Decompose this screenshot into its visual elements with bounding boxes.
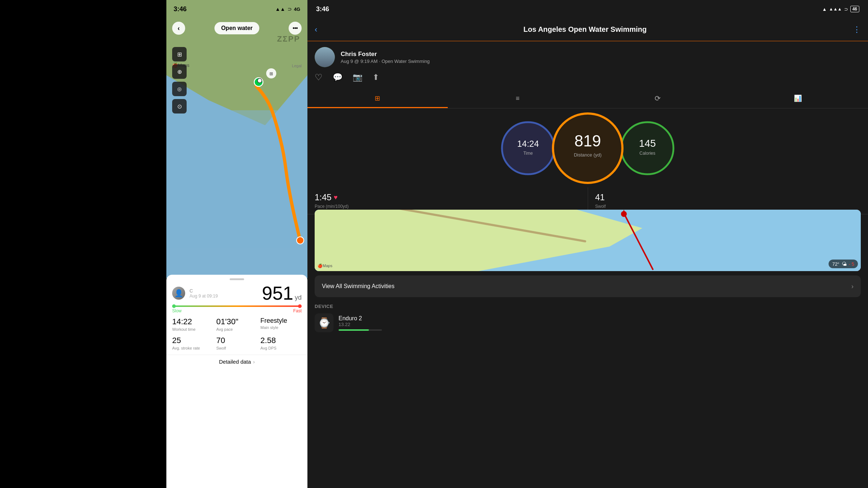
svg-text:Calories: Calories xyxy=(639,151,655,156)
tab-details[interactable]: ≡ xyxy=(448,90,588,108)
avg-dps-value: 2.58 xyxy=(260,336,302,345)
back-button-left[interactable]: ‹ xyxy=(172,22,185,35)
main-style-label: Main style xyxy=(260,325,302,330)
stat-avg-pace: 01'30" Avg pace xyxy=(216,317,258,331)
calories-circle-container: 145 Calories xyxy=(618,119,676,177)
stroke-rate-label: Avg. stroke rate xyxy=(172,346,213,350)
more-button-right[interactable]: ⋮ xyxy=(853,25,861,34)
comment-button[interactable]: 💬 xyxy=(333,73,342,82)
signal-icon: ▲▲ xyxy=(275,6,285,12)
speed-fast-dot xyxy=(298,304,302,308)
like-button[interactable]: ♡ xyxy=(315,72,323,82)
avg-pace-label: Avg pace xyxy=(216,327,258,331)
stats-grid: 14:22 Workout time 01'30" Avg pace Frees… xyxy=(166,317,307,350)
temperature-value: 72° xyxy=(832,261,839,267)
device-version: 13.22 xyxy=(339,322,861,327)
back-icon: ‹ xyxy=(178,25,180,32)
detailed-data-label: Detailed data xyxy=(219,359,251,365)
location-status-icon: ▲ xyxy=(822,7,827,12)
share-button[interactable]: ⬆ xyxy=(373,73,379,82)
layers-button[interactable]: ⊞ xyxy=(172,47,187,61)
tab-overview[interactable]: ⊞ xyxy=(307,90,448,108)
swolf-label: Swolf xyxy=(595,204,861,209)
tab-details-icon: ≡ xyxy=(516,95,520,102)
time-circle-container: 14:24 Time xyxy=(499,119,557,177)
globe-icon: ⊕ xyxy=(177,68,182,75)
workout-time-value: 14:22 xyxy=(172,317,213,326)
activity-initial: C xyxy=(190,288,258,294)
svg-text:⊞: ⊞ xyxy=(269,71,273,76)
left-black-area xyxy=(0,0,83,488)
chevron-right-icon: › xyxy=(253,359,255,365)
battery-icon: 4G xyxy=(294,7,300,12)
distance-stat: 951 yd xyxy=(262,284,302,303)
swolf-value: 70 xyxy=(216,336,258,345)
mini-map[interactable]: 🍎Maps 72° 🌤 - 5 xyxy=(315,210,861,271)
watch-icon: ⌚ xyxy=(318,317,331,329)
sheet-handle-area xyxy=(166,275,307,282)
left-phone-screen: 3:46 ▲▲ ⊃ 4G xyxy=(166,0,307,488)
device-progress-fill xyxy=(339,329,369,331)
pace-number: 1:45 xyxy=(315,192,332,202)
svg-text:14:24: 14:24 xyxy=(517,139,539,149)
wifi-status-icon: ⊃ xyxy=(844,7,848,12)
battery-delta: - 5 xyxy=(849,261,854,267)
tab-charts[interactable]: 📊 xyxy=(728,90,868,108)
stat-stroke-rate: 25 Avg. stroke rate xyxy=(172,336,213,350)
battery-status: 46 xyxy=(850,6,859,12)
layers-icon: ⊞ xyxy=(177,51,182,58)
circles-section: 14:24 Time 819 Distance (yd) 145 Calorie… xyxy=(307,112,868,184)
view-all-chevron-icon: › xyxy=(851,283,854,290)
stat-main-style: Freestyle Main style xyxy=(260,317,302,331)
activity-date: Aug 9 at 09:19 xyxy=(190,294,258,299)
heart-icon: ♥ xyxy=(334,194,338,201)
distance-unit: yd xyxy=(295,294,302,301)
detailed-data-button[interactable]: Detailed data › xyxy=(166,355,307,368)
device-image: ⌚ xyxy=(315,313,333,332)
left-status-bar: 3:46 ▲▲ ⊃ 4G xyxy=(166,0,307,18)
more-button-left[interactable]: ••• xyxy=(289,22,302,35)
speed-labels: Slow Fast xyxy=(166,308,307,313)
sheet-header: 👤 C Aug 9 at 09:19 951 yd xyxy=(166,282,307,305)
tab-laps[interactable]: ⟳ xyxy=(588,90,728,108)
mini-map-background: 🍎Maps 72° 🌤 - 5 xyxy=(315,210,861,271)
device-section: DEVICE ⌚ Enduro 2 13.22 xyxy=(315,304,861,332)
back-button-right[interactable]: ‹ xyxy=(315,25,317,34)
svg-line-15 xyxy=(624,213,653,269)
svg-text:Time: Time xyxy=(523,151,533,156)
user-info-section: Chris Foster Aug 9 @ 9:19 AM · Open Wate… xyxy=(307,41,868,73)
open-water-title-pill: Open water xyxy=(214,22,259,34)
svg-point-3 xyxy=(258,78,262,83)
mini-maps-icon: 🍎Maps xyxy=(318,264,332,268)
speed-fast-label: Fast xyxy=(293,308,302,313)
photo-button[interactable]: 📷 xyxy=(353,73,362,82)
distance-number: 951 xyxy=(262,284,293,303)
right-status-time: 3:46 xyxy=(316,5,329,13)
location-button[interactable]: ⊙ xyxy=(172,99,187,114)
device-item: ⌚ Enduro 2 13.22 xyxy=(315,313,861,332)
pace-value: 1:45 ♥ xyxy=(315,192,580,202)
header-title: Los Angeles Open Water Swimming xyxy=(322,25,848,34)
sheet-handle xyxy=(230,278,244,280)
stroke-rate-value: 25 xyxy=(172,336,213,345)
view-all-swimming-button[interactable]: View All Swimming Activities › xyxy=(315,275,861,297)
workout-time-label: Workout time xyxy=(172,327,213,331)
time-circle-svg: 14:24 Time xyxy=(499,119,557,177)
bottom-sheet: 👤 C Aug 9 at 09:19 951 yd Slow Fast xyxy=(166,275,307,488)
avg-dps-label: Avg DPS xyxy=(260,346,302,350)
weather-badge: 72° 🌤 - 5 xyxy=(829,260,858,268)
right-status-icons: ▲ ▲▲▲ ⊃ 46 xyxy=(822,6,859,12)
speed-slow-label: Slow xyxy=(172,308,182,313)
swolf-label: Swolf xyxy=(216,346,258,350)
weather-icon: 🌤 xyxy=(842,261,847,267)
sheet-avatar: 👤 xyxy=(172,287,185,300)
stat-avg-dps: 2.58 Avg DPS xyxy=(260,336,302,350)
distance-circle-svg: 819 Distance (yd) xyxy=(550,110,626,186)
pace-label: Pace (min/100yd) xyxy=(315,204,580,209)
user-avatar xyxy=(315,47,335,67)
eye-button[interactable]: ◎ xyxy=(172,82,187,96)
legal-label: Legal xyxy=(292,64,302,68)
left-status-time: 3:46 xyxy=(174,5,187,13)
tab-overview-icon: ⊞ xyxy=(375,94,380,102)
globe-button[interactable]: ⊕ xyxy=(172,64,187,79)
